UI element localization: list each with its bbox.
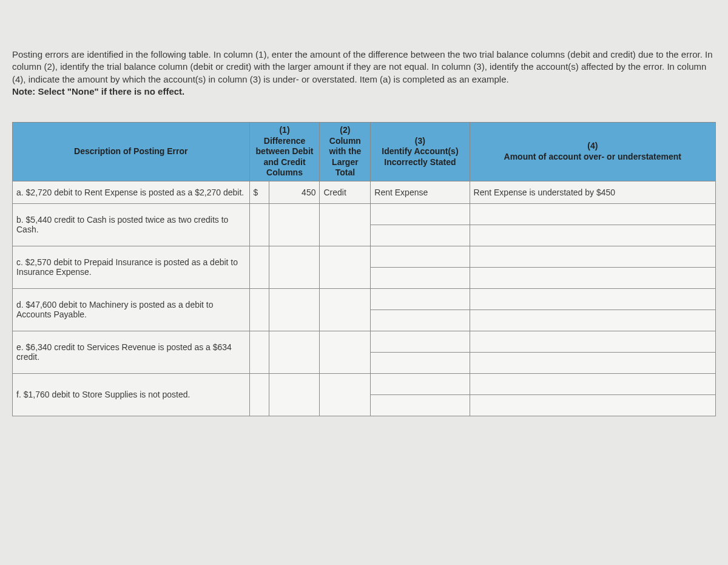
row-a-larger-column-input[interactable]: Credit xyxy=(320,181,371,203)
row-a-currency: $ xyxy=(249,181,269,203)
row-f-description: f. $1,760 debit to Store Supplies is not… xyxy=(13,373,250,416)
row-f-currency[interactable] xyxy=(249,373,269,416)
posting-error-table: Description of Posting Error (1) Differe… xyxy=(12,122,716,416)
row-b-account-input-1[interactable] xyxy=(371,203,470,225)
row-f-statement-input-1[interactable] xyxy=(470,373,715,394)
row-c-larger-column-input[interactable] xyxy=(320,246,371,288)
row-f-statement-input-2[interactable] xyxy=(470,394,715,416)
row-e-statement-input-1[interactable] xyxy=(470,331,715,352)
row-e-account-input-2[interactable] xyxy=(371,352,470,373)
row-e-description: e. $6,340 credit to Services Revenue is … xyxy=(13,331,250,373)
row-c-account-input-2[interactable] xyxy=(371,267,470,288)
row-b-difference-input[interactable] xyxy=(269,203,320,246)
row-d-currency[interactable] xyxy=(249,288,269,331)
table-row-f: f. $1,760 debit to Store Supplies is not… xyxy=(13,373,716,394)
row-f-difference-input[interactable] xyxy=(269,373,320,416)
row-e-currency[interactable] xyxy=(249,331,269,373)
instructions-note: Note: Select "None" if there is no effec… xyxy=(12,86,184,96)
table-row-d: d. $47,600 debit to Machinery is posted … xyxy=(13,288,716,310)
row-c-description: c. $2,570 debit to Prepaid Insurance is … xyxy=(13,246,250,288)
header-col4: (4) Amount of account over- or understat… xyxy=(470,123,715,181)
row-a-difference-input[interactable]: 450 xyxy=(269,181,320,203)
row-b-statement-input-2[interactable] xyxy=(470,225,715,246)
row-b-statement-input-1[interactable] xyxy=(470,203,715,225)
row-e-larger-column-input[interactable] xyxy=(320,331,371,373)
instructions-text: Posting errors are identified in the fol… xyxy=(12,49,713,84)
header-col3: (3) Identify Account(s) Incorrectly Stat… xyxy=(371,123,470,181)
row-b-currency[interactable] xyxy=(249,203,269,246)
table-row-b: b. $5,440 credit to Cash is posted twice… xyxy=(13,203,716,225)
row-d-account-input-1[interactable] xyxy=(371,288,470,310)
row-a-description: a. $2,720 debit to Rent Expense is poste… xyxy=(13,181,250,203)
row-f-account-input-1[interactable] xyxy=(371,373,470,394)
header-col1: (1) Difference between Debit and Credit … xyxy=(249,123,320,181)
row-a-account-input[interactable]: Rent Expense xyxy=(371,181,470,203)
row-f-account-input-2[interactable] xyxy=(371,394,470,416)
row-b-description: b. $5,440 credit to Cash is posted twice… xyxy=(13,203,250,246)
row-b-account-input-2[interactable] xyxy=(371,225,470,246)
row-c-statement-input-2[interactable] xyxy=(470,267,715,288)
header-col2: (2) Column with the Larger Total xyxy=(320,123,371,181)
row-d-larger-column-input[interactable] xyxy=(320,288,371,331)
row-c-account-input-1[interactable] xyxy=(371,246,470,267)
row-e-statement-input-2[interactable] xyxy=(470,352,715,373)
table-row-c: c. $2,570 debit to Prepaid Insurance is … xyxy=(13,246,716,267)
row-d-statement-input-2[interactable] xyxy=(470,310,715,331)
row-c-statement-input-1[interactable] xyxy=(470,246,715,267)
row-b-larger-column-input[interactable] xyxy=(320,203,371,246)
row-e-account-input-1[interactable] xyxy=(371,331,470,352)
table-row-e: e. $6,340 credit to Services Revenue is … xyxy=(13,331,716,352)
row-d-difference-input[interactable] xyxy=(269,288,320,331)
row-d-statement-input-1[interactable] xyxy=(470,288,715,310)
row-c-difference-input[interactable] xyxy=(269,246,320,288)
row-c-currency[interactable] xyxy=(249,246,269,288)
row-d-description: d. $47,600 debit to Machinery is posted … xyxy=(13,288,250,331)
row-e-difference-input[interactable] xyxy=(269,331,320,373)
row-f-larger-column-input[interactable] xyxy=(320,373,371,416)
instructions-block: Posting errors are identified in the fol… xyxy=(12,49,716,98)
table-row-a: a. $2,720 debit to Rent Expense is poste… xyxy=(13,181,716,203)
row-d-account-input-2[interactable] xyxy=(371,310,470,331)
header-description: Description of Posting Error xyxy=(13,123,250,181)
row-a-statement-input[interactable]: Rent Expense is understated by $450 xyxy=(470,181,715,203)
